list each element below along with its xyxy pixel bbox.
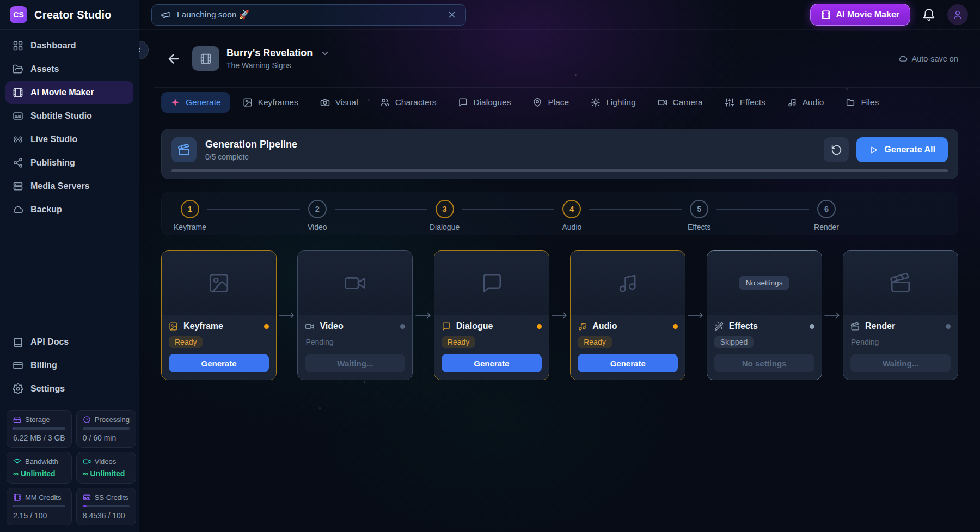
tab-audio[interactable]: Audio (778, 92, 834, 113)
stat-label: Bandwidth (25, 457, 58, 466)
step-connector (462, 209, 555, 210)
tab-label: Characters (395, 97, 437, 107)
step-number: 4 (562, 200, 581, 218)
sidebar-item-label: Assets (30, 64, 59, 74)
stat-value: 8.4536 / 100 (83, 511, 130, 520)
ai-movie-maker-label: AI Movie Maker (836, 10, 899, 20)
tab-label: Effects (740, 97, 765, 107)
wifi-icon (13, 457, 21, 466)
sparkle-icon (170, 97, 180, 107)
sidebar-item-billing[interactable]: Billing (5, 354, 133, 377)
announcement-close-button[interactable] (447, 10, 457, 20)
tab-place[interactable]: Place (523, 92, 578, 113)
captions-icon (13, 111, 23, 121)
step-number: 1 (181, 200, 199, 218)
flow-arrow-icon (822, 250, 843, 380)
tab-files[interactable]: Files (836, 92, 888, 113)
tab-lighting[interactable]: Lighting (581, 92, 645, 113)
project-title-row[interactable]: Burry's Revelation (226, 47, 330, 59)
stat-label: SS Credits (95, 493, 128, 502)
sidebar-item-live-studio[interactable]: Live Studio (5, 128, 133, 151)
project-header: Burry's Revelation The Warning Signs Aut… (161, 30, 958, 87)
tab-generate[interactable]: Generate (161, 92, 230, 113)
disabled-button: Waiting... (850, 354, 951, 372)
sidebar-item-label: Backup (30, 205, 62, 215)
app-logo: CS (10, 6, 27, 23)
step-connector (589, 209, 682, 210)
pipeline-stepper: 1 Keyframe 2 Video 3 Dialogue 4 Audio 5 … (161, 192, 958, 235)
step-label: Video (308, 223, 327, 231)
tab-keyframes[interactable]: Keyframes (234, 92, 308, 113)
card-video: Video Pending Waiting... (297, 250, 413, 380)
generate-button[interactable]: Generate (578, 354, 678, 372)
card-audio: Audio Ready Generate (570, 250, 685, 380)
tab-visual[interactable]: Visual (311, 92, 367, 113)
status-badge: Ready (578, 336, 611, 348)
ai-movie-maker-button[interactable]: AI Movie Maker (810, 4, 910, 26)
back-button[interactable] (166, 51, 181, 66)
sidebar-item-settings[interactable]: Settings (5, 377, 133, 400)
pipeline-progress-bar (171, 169, 948, 172)
sidebar-item-publishing[interactable]: Publishing (5, 151, 133, 174)
sidebar-item-dashboard[interactable]: Dashboard (5, 34, 133, 57)
sidebar-nav: DashboardAssetsAI Movie MakerSubtitle St… (0, 30, 139, 225)
sidebar-item-subtitle-studio[interactable]: Subtitle Studio (5, 105, 133, 127)
chat-icon (442, 322, 451, 331)
credit-card-icon (13, 360, 23, 371)
sidebar-item-label: Billing (30, 360, 57, 370)
sidebar-item-label: Publishing (30, 158, 75, 168)
generate-all-button[interactable]: Generate All (856, 137, 948, 162)
tab-camera[interactable]: Camera (648, 92, 712, 113)
sidebar-item-assets[interactable]: Assets (5, 58, 133, 81)
stage-cards: Keyframe Ready Generate Video Pending Wa… (161, 250, 958, 380)
rotate-ccw-icon (831, 144, 842, 156)
stat-progress (83, 505, 130, 507)
tab-label: Generate (186, 97, 221, 107)
stat-label: Videos (95, 457, 117, 466)
notifications-button[interactable] (922, 8, 935, 21)
users-icon (380, 97, 390, 107)
book-icon (13, 337, 23, 347)
card-body: Render Pending Waiting... (843, 315, 958, 380)
sidebar-item-media-servers[interactable]: Media Servers (5, 175, 133, 198)
user-icon (952, 9, 963, 20)
tab-dialogues[interactable]: Dialogues (449, 92, 520, 113)
sidebar-item-ai-movie-maker[interactable]: AI Movie Maker (5, 81, 133, 104)
stat-card-processing: Processing 0 / 60 min (76, 410, 136, 448)
tab-effects[interactable]: Effects (715, 92, 775, 113)
film-icon (821, 10, 831, 20)
stat-progress (83, 427, 130, 430)
stat-label: Processing (95, 415, 130, 424)
stat-label: Storage (25, 415, 50, 424)
sidebar-item-api-docs[interactable]: API Docs (5, 331, 133, 353)
generate-button[interactable]: Generate (169, 354, 269, 372)
gear-icon (13, 383, 23, 394)
step-number: 3 (436, 200, 454, 218)
card-body: Audio Ready Generate (571, 315, 685, 380)
chat-icon (480, 272, 503, 295)
reset-pipeline-button[interactable] (824, 137, 849, 162)
tab-characters[interactable]: Characters (371, 92, 446, 113)
sidebar-item-backup[interactable]: Backup (5, 198, 133, 221)
pipeline-progress-text: 0/5 complete (205, 152, 297, 161)
card-body: Dialogue Ready Generate (434, 315, 549, 380)
film-icon (200, 53, 212, 65)
step-render: 6 Render (809, 200, 844, 231)
content: Burry's Revelation The Warning Signs Aut… (139, 30, 980, 380)
image-icon (243, 97, 253, 107)
status-dot (537, 324, 542, 329)
clapperboard-icon (889, 272, 912, 295)
video-icon (83, 457, 91, 466)
sliders-icon (725, 97, 734, 107)
chevron-down-icon-slot[interactable] (320, 48, 330, 58)
step-connector (335, 209, 427, 210)
bell-icon (922, 8, 935, 21)
video-icon (305, 322, 314, 331)
card-keyframe: Keyframe Ready Generate (161, 250, 277, 380)
clock-icon (83, 415, 91, 424)
generation-pipeline-panel: Generation Pipeline 0/5 complete Generat… (161, 129, 958, 179)
avatar[interactable] (947, 4, 968, 25)
generate-button[interactable]: Generate (442, 354, 542, 372)
radio-icon (13, 134, 23, 145)
sidebar: CS Creator Studio DashboardAssetsAI Movi… (0, 0, 139, 532)
